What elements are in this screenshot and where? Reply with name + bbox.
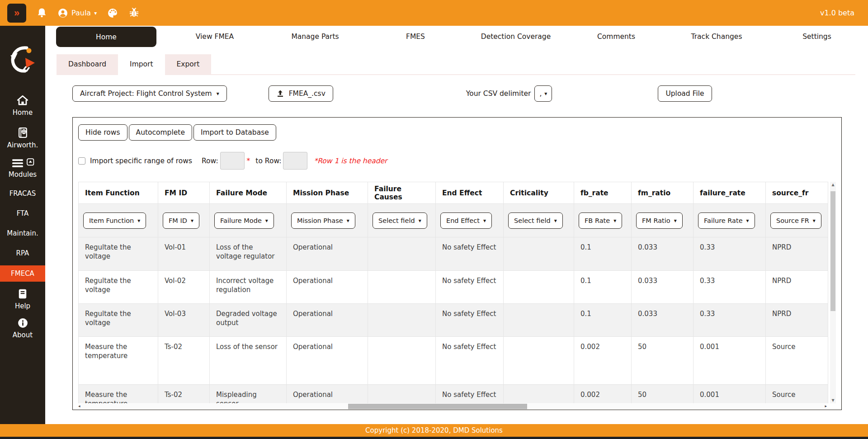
sidebar-item-label: Modules <box>9 170 37 179</box>
table-cell <box>504 271 574 304</box>
modules-panel-icon <box>27 158 34 166</box>
project-dropdown[interactable]: Aircraft Project: Flight Control System … <box>72 85 227 102</box>
scroll-right-icon[interactable]: ▸ <box>825 403 827 409</box>
table-cell: 50 <box>632 337 693 385</box>
sidebar-item-rpa[interactable]: RPA <box>16 249 29 257</box>
column-header-failure-mode: Failure Mode <box>210 182 287 204</box>
table-cell <box>368 304 436 337</box>
sidebar-item-fmeca-active[interactable]: FMECA <box>0 265 45 282</box>
help-book-icon <box>17 288 28 300</box>
filter-dropdown-fm-id[interactable]: FM ID▾ <box>163 212 199 229</box>
table-cell: Measure the temperature <box>79 337 158 385</box>
tab-comments[interactable]: Comments <box>566 26 666 47</box>
table-cell: 0.1 <box>574 304 632 337</box>
sidebar-item-fracas[interactable]: FRACAS <box>9 189 36 198</box>
user-caret-icon: ▾ <box>94 10 97 16</box>
bug-report-icon[interactable] <box>128 7 140 19</box>
table-cell: Operational <box>287 237 368 271</box>
csv-delimiter-select[interactable]: , ▾ <box>534 85 552 102</box>
user-menu[interactable]: Paula ▾ <box>57 8 97 19</box>
table-cell: Ts-02 <box>158 337 210 385</box>
subtab-dashboard[interactable]: Dashboard <box>57 54 118 74</box>
tab-track-changes[interactable]: Track Changes <box>666 26 767 47</box>
filter-dropdown-fm-ratio[interactable]: FM Ratio▾ <box>636 212 683 229</box>
choose-file-button[interactable]: FMEA_.csv <box>269 85 333 102</box>
tab-detection-coverage[interactable]: Detection Coverage <box>466 26 566 47</box>
filter-dropdown-select-field[interactable]: Select field▾ <box>508 212 563 229</box>
caret-down-icon: ▾ <box>613 218 616 223</box>
tab-manage-parts[interactable]: Manage Parts <box>265 26 365 47</box>
table-cell: 0.002 <box>574 385 632 404</box>
table-row: Measure the temperatureTs-02Loss of the … <box>79 337 828 385</box>
filter-dropdown-source-fr[interactable]: Source FR▾ <box>770 212 821 229</box>
table-cell: Regultate the voltage <box>79 237 158 271</box>
table-cell: 0.033 <box>632 304 693 337</box>
table-cell <box>368 271 436 304</box>
scroll-up-icon[interactable]: ▲ <box>831 182 834 188</box>
table-cell: Vol-01 <box>158 237 210 271</box>
filter-dropdown-fb-rate[interactable]: FB Rate▾ <box>579 212 622 229</box>
table-cell: Vol-03 <box>158 304 210 337</box>
filter-dropdown-failure-rate[interactable]: Failure Rate▾ <box>698 212 755 229</box>
sidebar-item-modules[interactable]: Modules <box>0 158 45 179</box>
row-to-input[interactable] <box>283 152 307 170</box>
row-from-input[interactable] <box>220 152 245 170</box>
caret-down-icon: ▾ <box>191 218 193 223</box>
table-cell <box>368 385 436 404</box>
sidebar-item-home[interactable]: Home <box>0 94 45 117</box>
sidebar-item-fta[interactable]: FTA <box>17 209 29 217</box>
horizontal-scroll-thumb[interactable] <box>348 404 527 409</box>
header-row-note: *Row 1 is the header <box>314 157 387 165</box>
subtab-import[interactable]: Import <box>118 54 165 75</box>
filter-dropdown-failure-mode[interactable]: Failure Mode▾ <box>214 212 274 229</box>
home-icon <box>16 94 29 106</box>
hide-rows-button[interactable]: Hide rows <box>78 124 127 141</box>
table-cell: Source <box>766 337 828 385</box>
caret-down-icon: ▾ <box>554 218 557 223</box>
copyright-text: Copyright (c) 2018-2020, DMD Solutions <box>365 426 503 434</box>
sidebar-collapse-button[interactable]: » <box>7 4 26 23</box>
filter-dropdown-mission-phase[interactable]: Mission Phase▾ <box>291 212 355 229</box>
import-to-database-button[interactable]: Import to Database <box>193 124 276 141</box>
tab-view-fmea[interactable]: View FMEA <box>165 26 265 47</box>
fmea-table-area: Item FunctionFM IDFailure ModeMission Ph… <box>78 182 836 409</box>
subtab-export[interactable]: Export <box>165 54 212 74</box>
tab-fmes[interactable]: FMES <box>365 26 466 47</box>
notifications-bell-icon[interactable] <box>36 7 47 19</box>
tab-settings[interactable]: Settings <box>767 26 867 47</box>
column-header-source-fr: source_fr <box>766 182 828 204</box>
table-cell <box>504 237 574 271</box>
autocomplete-button[interactable]: Autocomplete <box>129 124 192 141</box>
tab-home[interactable]: Home <box>56 27 156 47</box>
table-cell <box>504 385 574 404</box>
sidebar-item-label: Airworth. <box>7 141 38 149</box>
vertical-scroll-thumb[interactable] <box>830 191 835 311</box>
table-cell: Measure the temperature <box>79 385 158 404</box>
table-row: Regultate the voltageVol-03Degraded volt… <box>79 304 828 337</box>
scroll-down-icon[interactable]: ▼ <box>831 397 834 403</box>
column-header-item-function: Item Function <box>79 182 158 204</box>
filter-dropdown-item-function[interactable]: Item Function▾ <box>83 212 146 229</box>
filter-dropdown-select-field[interactable]: Select field▾ <box>373 212 427 229</box>
column-header-fm-ratio: fm_ratio <box>632 182 693 204</box>
table-cell: Incorrect voltage regulation <box>210 271 287 304</box>
horizontal-scrollbar[interactable]: ◂ ▸ <box>78 403 827 409</box>
vertical-scrollbar[interactable]: ▲ ▼ <box>830 182 836 403</box>
range-checkbox[interactable] <box>78 157 85 165</box>
table-row: Regultate the voltageVol-01Loss of the v… <box>79 237 828 271</box>
sidebar-item-help[interactable]: Help <box>0 288 45 310</box>
table-cell: No safety Effect <box>436 237 504 271</box>
upload-file-button[interactable]: Upload File <box>658 85 712 102</box>
sidebar-item-about[interactable]: About <box>0 317 45 339</box>
table-cell: 0.33 <box>693 304 766 337</box>
sidebar-item-airworthiness[interactable]: Airworth. <box>0 127 45 149</box>
column-header-fb-rate: fb_rate <box>574 182 632 204</box>
sidebar-item-maintain[interactable]: Maintain. <box>7 229 38 237</box>
caret-down-icon: ▾ <box>483 218 486 223</box>
theme-palette-icon[interactable] <box>107 7 118 19</box>
table-cell <box>504 304 574 337</box>
filter-dropdown-end-effect[interactable]: End Effect▾ <box>440 212 492 229</box>
column-header-criticality: Criticality <box>504 182 574 204</box>
table-cell <box>368 237 436 271</box>
app-logo[interactable] <box>9 45 37 74</box>
